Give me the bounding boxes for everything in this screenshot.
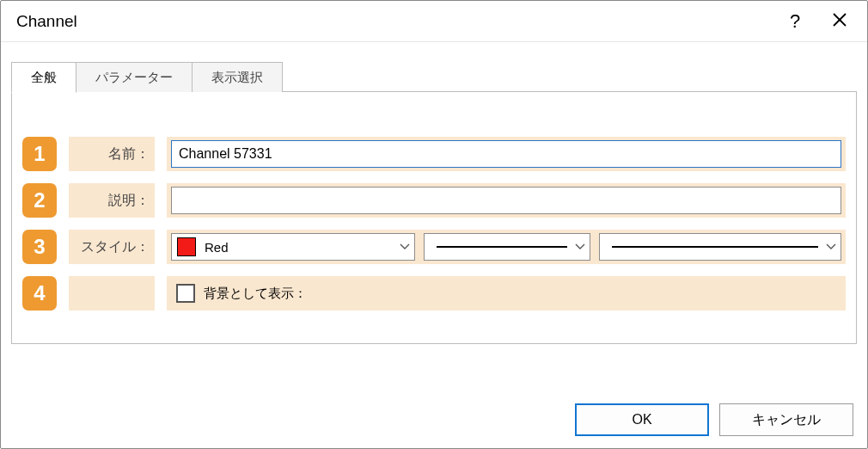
help-button[interactable]: ? (773, 1, 817, 42)
value-style-cell: Red (167, 230, 846, 264)
name-input[interactable] (171, 140, 841, 168)
general-panel: 1 名前： 2 説明： 3 スタイル： Red (11, 92, 857, 344)
titlebar: Channel ? (1, 1, 867, 42)
help-icon: ? (790, 10, 800, 33)
cancel-button-label: キャンセル (752, 411, 821, 429)
chevron-down-icon (825, 243, 837, 251)
row-background: 4 背景として表示： (22, 276, 846, 311)
label-background-empty (69, 276, 155, 311)
chevron-down-icon (399, 243, 411, 251)
tab-parameter-label: パラメーター (95, 70, 173, 84)
row-description: 2 説明： (22, 183, 846, 218)
label-name: 名前： (69, 137, 155, 171)
value-name-cell (167, 137, 846, 171)
tab-display-label: 表示選択 (211, 70, 263, 84)
color-swatch (177, 237, 196, 256)
badge-4: 4 (22, 276, 57, 311)
tab-parameter[interactable]: パラメーター (76, 62, 193, 92)
color-name: Red (205, 240, 229, 255)
label-style: スタイル： (69, 230, 155, 264)
background-checkbox[interactable] (176, 284, 195, 303)
ok-button-label: OK (632, 412, 651, 427)
color-combo[interactable]: Red (171, 233, 415, 261)
badge-1: 1 (22, 137, 57, 171)
row-name: 1 名前： (22, 137, 846, 171)
footer: OK キャンセル (575, 403, 853, 436)
tab-strip: 全般 パラメーター 表示選択 (11, 58, 857, 92)
badge-3: 3 (22, 230, 57, 264)
badge-2: 2 (22, 183, 57, 218)
chevron-down-icon (574, 243, 586, 251)
tab-general[interactable]: 全般 (11, 62, 76, 93)
line-style-preview (430, 246, 574, 248)
tab-general-label: 全般 (31, 70, 57, 84)
ok-button[interactable]: OK (575, 403, 709, 436)
background-checkbox-wrap[interactable]: 背景として表示： (176, 284, 307, 303)
line-style-combo[interactable] (424, 233, 590, 261)
tab-display[interactable]: 表示選択 (192, 62, 283, 92)
line-width-preview (605, 246, 825, 248)
description-input[interactable] (171, 187, 841, 214)
value-background-cell: 背景として表示： (167, 276, 846, 311)
row-style: 3 スタイル： Red (22, 230, 846, 264)
background-checkbox-label: 背景として表示： (204, 286, 307, 302)
close-button[interactable] (817, 1, 862, 42)
label-description: 説明： (69, 183, 155, 218)
cancel-button[interactable]: キャンセル (719, 403, 853, 436)
line-width-combo[interactable] (599, 233, 841, 261)
value-description-cell (167, 183, 846, 218)
dialog-title: Channel (16, 12, 773, 31)
close-icon (832, 10, 847, 33)
